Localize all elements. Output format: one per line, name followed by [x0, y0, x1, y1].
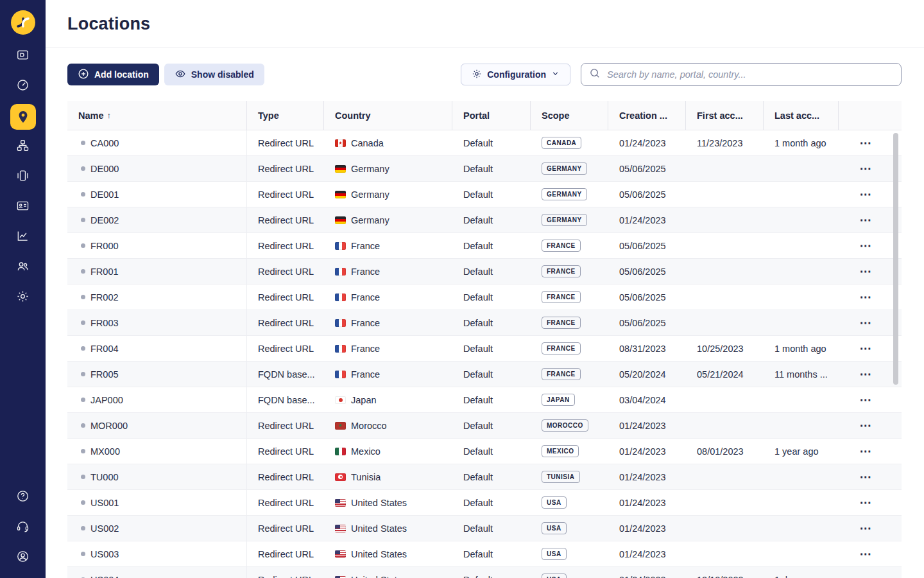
table-body: CA000 Redirect URL Canada Default CANADA… — [67, 130, 902, 578]
table-row[interactable]: TU000 Redirect URL Tunisia Default TUNIS… — [67, 464, 902, 490]
country-flag-icon — [335, 550, 346, 558]
row-actions-button[interactable]: ⋯ — [856, 521, 876, 536]
row-actions-button[interactable]: ⋯ — [856, 341, 876, 356]
row-actions-button[interactable]: ⋯ — [856, 315, 876, 330]
table-row[interactable]: MOR000 Redirect URL Morocco Default MORO… — [67, 413, 902, 439]
sidebar-item-app-card[interactable] — [8, 41, 38, 71]
location-type: Redirect URL — [258, 575, 314, 578]
sidebar-item-sitemap[interactable] — [8, 132, 38, 162]
first-access-date: 12/12/2023 — [697, 575, 744, 578]
scope-badge: FRANCE — [542, 291, 581, 303]
creation-date: 08/31/2023 — [619, 344, 666, 354]
table-row[interactable]: FR002 Redirect URL France Default FRANCE… — [67, 285, 902, 310]
creation-date: 01/24/2023 — [619, 498, 666, 508]
row-actions-button[interactable]: ⋯ — [856, 572, 876, 578]
contact-card-icon — [16, 199, 30, 215]
location-name: FR002 — [90, 292, 119, 302]
table-row[interactable]: FR000 Redirect URL France Default FRANCE… — [67, 233, 902, 259]
table-row[interactable]: DE001 Redirect URL Germany Default GERMA… — [67, 182, 902, 207]
portal-value: Default — [463, 241, 493, 251]
country-name: Mexico — [351, 446, 381, 457]
table-row[interactable]: MX000 Redirect URL Mexico Default MEXICO… — [67, 439, 902, 464]
country-flag-icon — [335, 422, 346, 430]
row-actions-button[interactable]: ⋯ — [856, 290, 876, 304]
row-actions-button[interactable]: ⋯ — [856, 547, 876, 561]
table-row[interactable]: FR005 FQDN base... France Default FRANCE… — [67, 362, 902, 387]
country-flag-icon — [335, 319, 346, 327]
column-header-scope[interactable]: Scope — [531, 101, 608, 130]
row-actions-button[interactable]: ⋯ — [856, 161, 876, 176]
location-name: US001 — [90, 498, 119, 508]
table-row[interactable]: US003 Redirect URL United States Default… — [67, 541, 902, 567]
location-name: JAP000 — [90, 395, 123, 405]
country-flag-icon — [335, 396, 346, 404]
country-name: France — [351, 344, 380, 354]
line-chart-icon — [16, 229, 30, 245]
column-header-first-access[interactable]: First acc... — [686, 101, 764, 130]
portal-value: Default — [463, 189, 493, 200]
creation-date: 01/24/2023 — [619, 215, 666, 225]
sidebar-item-devices[interactable] — [8, 162, 38, 192]
table-row[interactable]: US001 Redirect URL United States Default… — [67, 490, 902, 516]
column-header-name[interactable]: Name ↑ — [67, 101, 247, 130]
column-header-country[interactable]: Country — [324, 101, 452, 130]
row-actions-button[interactable]: ⋯ — [856, 495, 876, 510]
search-input[interactable] — [606, 69, 893, 80]
sidebar-item-help[interactable] — [8, 482, 38, 512]
app-card-icon — [16, 48, 30, 64]
table-row[interactable]: JAP000 FQDN base... Japan Default JAPAN … — [67, 387, 902, 413]
column-header-portal[interactable]: Portal — [452, 101, 531, 130]
location-name: FR000 — [90, 241, 119, 251]
country-name: Tunisia — [351, 472, 381, 482]
table-row[interactable]: US002 Redirect URL United States Default… — [67, 516, 902, 541]
row-actions-button[interactable]: ⋯ — [856, 238, 876, 253]
sidebar-nav — [8, 41, 38, 313]
table-row[interactable]: FR003 Redirect URL France Default FRANCE… — [67, 310, 902, 336]
location-name: FR004 — [90, 344, 119, 354]
page-title: Locations — [67, 14, 150, 34]
row-actions-button[interactable]: ⋯ — [856, 469, 876, 484]
portal-value: Default — [463, 498, 493, 508]
account-icon — [16, 550, 30, 566]
show-disabled-button[interactable]: Show disabled — [164, 64, 264, 85]
row-actions-button[interactable]: ⋯ — [856, 136, 876, 150]
column-header-last-access[interactable]: Last acc... — [764, 101, 839, 130]
row-actions-button[interactable]: ⋯ — [856, 187, 876, 202]
row-actions-button[interactable]: ⋯ — [856, 213, 876, 227]
country-name: France — [351, 369, 380, 380]
table-row[interactable]: DE000 Redirect URL Germany Default GERMA… — [67, 156, 902, 182]
table-scrollbar[interactable] — [893, 133, 898, 385]
portal-value: Default — [463, 523, 493, 534]
sidebar-item-settings[interactable] — [8, 283, 38, 313]
row-actions-button[interactable]: ⋯ — [856, 264, 876, 279]
row-actions-button[interactable]: ⋯ — [856, 392, 876, 407]
sidebar-item-analytics[interactable] — [8, 222, 38, 252]
configuration-button[interactable]: Configuration — [461, 64, 570, 85]
scope-badge: MOROCCO — [542, 419, 588, 432]
sidebar-item-support[interactable] — [8, 512, 38, 543]
location-name: DE001 — [90, 189, 119, 200]
sidebar-item-locations[interactable] — [8, 101, 38, 132]
row-actions-button[interactable]: ⋯ — [856, 367, 876, 381]
sidebar-item-contacts[interactable] — [8, 192, 38, 222]
table-row[interactable]: DE002 Redirect URL Germany Default GERMA… — [67, 207, 902, 233]
sidebar-item-gauge[interactable] — [8, 71, 38, 101]
table-row[interactable]: US004 Redirect URL United States Default… — [67, 567, 902, 578]
first-access-date: 05/21/2024 — [697, 369, 744, 380]
brand-logo-icon[interactable] — [11, 10, 35, 35]
table-row[interactable]: FR004 Redirect URL France Default FRANCE… — [67, 336, 902, 362]
table-row[interactable]: CA000 Redirect URL Canada Default CANADA… — [67, 130, 902, 156]
sidebar-item-users[interactable] — [8, 252, 38, 283]
column-header-type[interactable]: Type — [247, 101, 324, 130]
sitemap-icon — [16, 139, 30, 155]
creation-date: 01/24/2023 — [619, 523, 666, 534]
add-location-button[interactable]: Add location — [67, 64, 159, 85]
country-flag-icon — [335, 448, 346, 455]
column-header-creation[interactable]: Creation ... — [608, 101, 686, 130]
sidebar-item-account[interactable] — [8, 543, 38, 573]
table-row[interactable]: FR001 Redirect URL France Default FRANCE… — [67, 259, 902, 285]
row-actions-button[interactable]: ⋯ — [856, 418, 876, 433]
location-type: Redirect URL — [258, 344, 314, 354]
row-actions-button[interactable]: ⋯ — [856, 444, 876, 459]
status-dot — [81, 269, 85, 274]
